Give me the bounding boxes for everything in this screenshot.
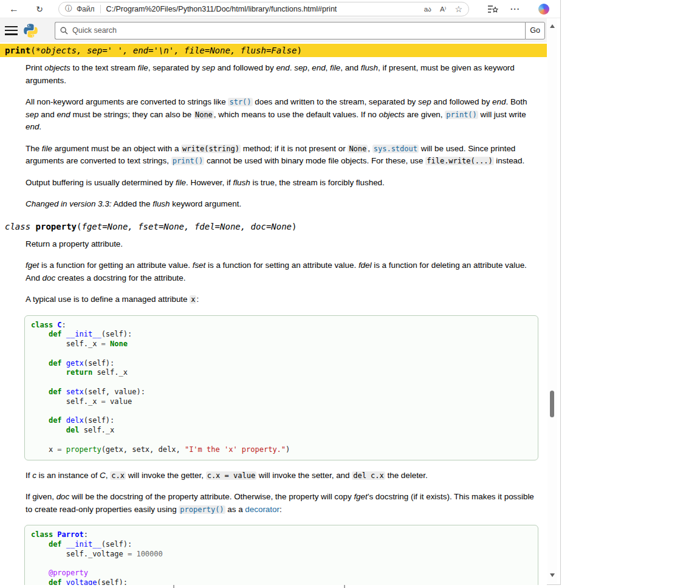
code-line: def getx(self): [31,359,532,369]
window-edge-tick [344,585,345,588]
refresh-icon: ↻ [36,4,43,14]
code-token: None [110,340,128,348]
doc-link[interactable]: property() [179,505,225,514]
paragraph: If c is an instance of C, c.x will invok… [26,470,540,482]
favorites-hub-icon[interactable] [487,4,498,14]
copilot-icon[interactable] [538,4,549,15]
go-button[interactable]: Go [525,22,545,39]
text-run: If [26,471,32,480]
text-run: , [368,144,372,153]
text-run: is a function for getting an attribute v… [39,261,192,270]
back-button[interactable]: ← [6,4,22,15]
text-run: del c.x [352,471,385,480]
text-run: doc [43,273,56,282]
file-protocol-label: Файл [77,5,95,13]
scroll-up-arrow-icon[interactable] [550,24,555,28]
code-token [106,340,110,348]
text-run: keyword argument. [170,199,242,208]
text-run: will invoke the getter, [126,471,206,480]
text-run: fset [193,261,206,270]
paragraph: All non-keyword arguments are converted … [26,96,540,134]
text-run: objects [44,63,70,72]
doc-link[interactable]: print() [171,157,205,165]
translate-icon[interactable]: аა [424,5,431,13]
code-token [62,445,66,454]
code-line: self._x = value [31,397,532,407]
text-run: to the text stream [70,63,138,72]
doc-link[interactable]: decorator [245,505,280,514]
text-run: print [5,46,30,55]
print-signature: print(*objects, sep=' ', end='\n', file=… [0,44,547,57]
code-line [31,378,532,388]
text-run: as a [225,505,245,514]
code-line [31,436,532,445]
code-token [31,359,49,368]
text-run: fget [26,261,39,270]
address-bar[interactable]: ⓘ Файл C:/Program%20Files/Python311/Doc/… [58,2,469,16]
docs-topbar: Go [0,18,547,43]
add-favorite-star-icon[interactable]: ☆ [455,4,462,14]
menu-icon[interactable] [5,26,18,35]
text-run: fget [354,492,367,501]
text-run: c.x [110,471,126,480]
code-token: self._voltage [31,550,128,558]
doc-link[interactable]: print() [445,111,478,119]
code-token: getx [66,359,84,368]
address-bar-divider [100,5,101,13]
code-token [31,416,49,425]
text-run: The [26,144,42,153]
doc-link[interactable]: sys.stdout [372,145,419,153]
paragraph: Print objects to the text stream file, s… [26,62,540,87]
code-line: self._x = None [31,340,532,349]
text-run: objects [379,110,405,119]
doc-link[interactable]: str() [228,98,252,106]
refresh-button[interactable]: ↻ [32,4,47,14]
vertical-scrollbar[interactable] [547,18,557,584]
code-token: "I'm the 'x' property." [185,445,286,454]
scrollbar-thumb[interactable] [550,391,554,417]
code-token: __init__ [66,330,101,338]
code-token [31,388,49,396]
text-run: Return a property attribute. [26,239,123,248]
search-field[interactable] [55,22,525,39]
text-run: end [492,97,506,106]
url-text[interactable]: C:/Program%20Files/Python311/Doc/html/li… [106,5,416,13]
text-run: and [39,110,57,119]
text-run: and followed by [431,97,493,106]
text-run: class [5,222,36,231]
page-info-icon[interactable]: ⓘ [65,4,72,14]
text-run: ) [297,46,301,55]
code-line [31,349,532,359]
text-run: ) [292,222,297,231]
text-run: file [42,144,52,153]
code-example-class-parrot: class Parrot: def __init__(self): self._… [24,525,538,585]
text-run: file [138,63,148,72]
read-aloud-icon[interactable]: A⁾ [440,5,447,13]
text-run: flush [233,178,250,187]
doc-content: print(*objects, sep=' ', end='\n', file=… [0,43,547,585]
search-input[interactable] [72,26,520,35]
code-token: class [31,321,53,329]
property-signature: class property(fget=None, fset=None, fde… [0,220,547,233]
text-run: Output buffering is usually determined b… [26,178,176,187]
scroll-down-arrow-icon[interactable] [550,573,555,577]
code-token: (self): [84,416,115,425]
code-token: : [84,530,88,539]
code-token [31,426,66,434]
code-line: self._voltage = 100000 [31,550,532,559]
code-token: class [31,530,53,539]
code-token: property [66,445,101,454]
text-run: method; if it is not present or [241,144,348,153]
text-run: . [39,122,41,131]
python-logo[interactable] [24,24,38,38]
text-run: is a function for setting an attribute v… [205,261,359,270]
settings-more-icon[interactable]: ··· [509,4,521,13]
text-run: sep [294,63,307,72]
text-run: cannot be used with binary mode file obj… [204,156,425,165]
window-edge-tick [173,585,174,588]
text-run: . However, if [186,178,233,187]
code-token: def [49,359,62,368]
code-example-class-c: class C: def __init__(self): self._x = N… [24,315,538,460]
code-line: del self._x [31,426,532,436]
code-token: (self, value): [84,388,145,396]
